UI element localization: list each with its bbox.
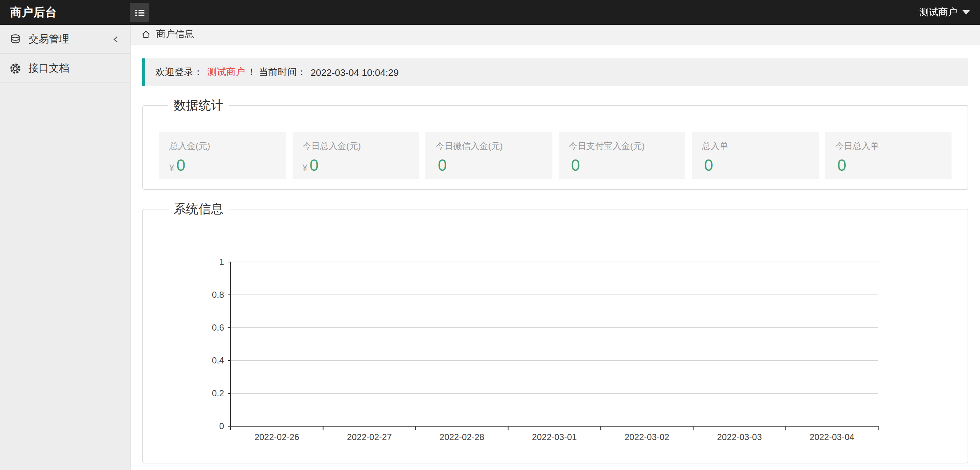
welcome-banner: 欢迎登录： 测试商户 ！ 当前时间： 2022-03-04 10:04:29	[142, 58, 968, 86]
stats-panel-title: 数据统计	[168, 97, 229, 114]
chevron-down-icon	[963, 10, 970, 14]
user-dropdown[interactable]: 测试商户	[920, 0, 970, 25]
stat-cards-row: 总入金(元) ¥0 今日总入金(元) ¥0 今日微信入金(元) 0 今日支付宝入…	[159, 132, 951, 179]
sidebar-item-api-docs[interactable]: 接口文档	[0, 54, 130, 83]
system-info-panel: 系统信息 00.20.40.60.812022-02-262022-02-272…	[142, 201, 968, 464]
stat-value: 0	[438, 156, 447, 175]
sidebar-item-transactions[interactable]: 交易管理	[0, 25, 130, 54]
svg-text:2022-02-27: 2022-02-27	[347, 432, 392, 441]
svg-text:1: 1	[219, 257, 224, 267]
main-content: 欢迎登录： 测试商户 ！ 当前时间： 2022-03-04 10:04:29 数…	[130, 45, 980, 470]
topbar: 商户后台 测试商户	[0, 0, 980, 25]
svg-text:0.6: 0.6	[212, 323, 224, 333]
welcome-middle: ！ 当前时间：	[247, 66, 306, 79]
stat-label: 总入金(元)	[169, 140, 275, 153]
chevron-left-icon	[111, 35, 120, 43]
home-icon	[141, 29, 151, 40]
svg-text:2022-03-03: 2022-03-03	[717, 432, 762, 441]
app-title: 商户后台	[10, 0, 57, 25]
stat-label: 今日微信入金(元)	[436, 140, 542, 153]
stat-value: 0	[704, 156, 713, 175]
stat-label: 今日总入单	[835, 140, 941, 153]
stat-card-today-deposit: 今日总入金(元) ¥0	[292, 132, 419, 179]
currency-symbol: ¥	[169, 163, 174, 173]
stat-value: 0	[571, 156, 580, 175]
svg-text:2022-02-26: 2022-02-26	[254, 432, 299, 441]
breadcrumb: 商户信息	[130, 25, 980, 45]
welcome-prefix: 欢迎登录：	[156, 66, 203, 79]
stat-value: 0	[309, 156, 318, 175]
list-menu-icon	[134, 7, 145, 18]
sidebar-item-label: 接口文档	[29, 62, 69, 75]
svg-text:0.4: 0.4	[212, 355, 224, 365]
sidebar-item-label: 交易管理	[29, 32, 69, 46]
stat-card-today-orders: 今日总入单 0	[825, 132, 951, 179]
svg-text:2022-03-02: 2022-03-02	[625, 432, 670, 441]
welcome-current-time: 2022-03-04 10:04:29	[310, 67, 398, 78]
stats-panel: 数据统计 总入金(元) ¥0 今日总入金(元) ¥0 今日微信入金(元) 0 今…	[142, 97, 968, 190]
stat-label: 今日支付宝入金(元)	[569, 140, 675, 153]
stat-card-total-deposit: 总入金(元) ¥0	[159, 132, 286, 179]
breadcrumb-label[interactable]: 商户信息	[156, 28, 194, 41]
welcome-merchant-name: 测试商户	[207, 66, 245, 79]
stat-label: 总入单	[702, 140, 808, 153]
stat-value: 0	[837, 156, 846, 175]
app-window: 商户后台 测试商户 交易管理	[0, 0, 980, 470]
stat-card-total-orders: 总入单 0	[692, 132, 818, 179]
svg-text:2022-03-04: 2022-03-04	[810, 432, 854, 441]
stat-card-today-wechat: 今日微信入金(元) 0	[425, 132, 552, 179]
sidebar: 交易管理 接口文档	[0, 25, 130, 470]
stat-label: 今日总入金(元)	[302, 140, 409, 153]
stat-card-today-alipay: 今日支付宝入金(元) 0	[558, 132, 685, 179]
stat-value: 0	[176, 156, 185, 175]
svg-text:2022-03-01: 2022-03-01	[532, 432, 577, 441]
database-icon	[10, 33, 21, 45]
gear-icon	[10, 62, 21, 74]
currency-symbol: ¥	[302, 163, 307, 173]
user-name: 测试商户	[920, 6, 958, 19]
svg-text:2022-02-28: 2022-02-28	[440, 432, 485, 441]
svg-text:0: 0	[219, 421, 224, 431]
svg-text:0.2: 0.2	[212, 388, 224, 398]
sidebar-toggle-button[interactable]	[130, 3, 149, 22]
svg-text:0.8: 0.8	[212, 290, 224, 300]
line-chart: 00.20.40.60.812022-02-262022-02-272022-0…	[159, 228, 951, 441]
system-info-title: 系统信息	[168, 201, 229, 217]
chart-canvas: 00.20.40.60.812022-02-262022-02-272022-0…	[159, 228, 951, 441]
